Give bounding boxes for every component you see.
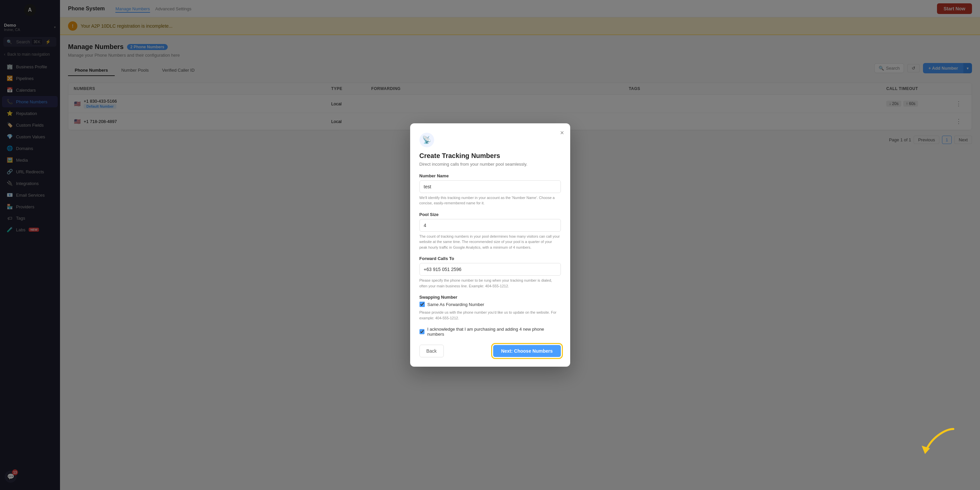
swapping-checkbox-label: Same As Forwarding Number bbox=[428, 302, 485, 307]
swapping-number-group: Swapping Number Same As Forwarding Numbe… bbox=[420, 295, 561, 321]
number-name-input[interactable] bbox=[420, 180, 561, 193]
forward-calls-hint: Please specify the phone number to be ru… bbox=[420, 278, 561, 289]
forward-calls-input[interactable] bbox=[420, 263, 561, 276]
acknowledge-checkbox[interactable] bbox=[420, 329, 425, 334]
pool-size-input[interactable] bbox=[420, 219, 561, 232]
swapping-checkbox[interactable] bbox=[420, 302, 425, 307]
create-tracking-numbers-modal: 📡 × Create Tracking Numbers Direct incom… bbox=[410, 123, 570, 367]
acknowledge-label: I acknowledge that I am purchasing and a… bbox=[427, 327, 560, 337]
modal-footer: Back Next: Choose Numbers bbox=[420, 345, 561, 357]
next-choose-numbers-button[interactable]: Next: Choose Numbers bbox=[493, 345, 561, 357]
forward-calls-label: Forward Calls To bbox=[420, 256, 561, 261]
pool-size-label: Pool Size bbox=[420, 212, 561, 217]
number-name-group: Number Name We'll identify this tracking… bbox=[420, 173, 561, 206]
modal-overlay[interactable]: 📡 × Create Tracking Numbers Direct incom… bbox=[0, 0, 980, 490]
back-button[interactable]: Back bbox=[420, 345, 444, 357]
modal-close-button[interactable]: × bbox=[560, 129, 564, 136]
acknowledge-row: I acknowledge that I am purchasing and a… bbox=[420, 327, 561, 337]
modal-title: Create Tracking Numbers bbox=[420, 152, 561, 160]
forward-calls-group: Forward Calls To Please specify the phon… bbox=[420, 256, 561, 289]
pool-size-group: Pool Size The count of tracking numbers … bbox=[420, 212, 561, 250]
modal-subtitle: Direct incoming calls from your number p… bbox=[420, 162, 561, 167]
number-name-hint: We'll identify this tracking number in y… bbox=[420, 195, 561, 206]
pool-size-hint: The count of tracking numbers in your po… bbox=[420, 234, 561, 250]
swapping-label: Swapping Number bbox=[420, 295, 561, 300]
swapping-checkbox-row: Same As Forwarding Number bbox=[420, 302, 561, 307]
number-name-label: Number Name bbox=[420, 173, 561, 178]
swapping-hint: Please provide us with the phone number … bbox=[420, 310, 561, 321]
modal-icon: 📡 bbox=[420, 133, 434, 147]
